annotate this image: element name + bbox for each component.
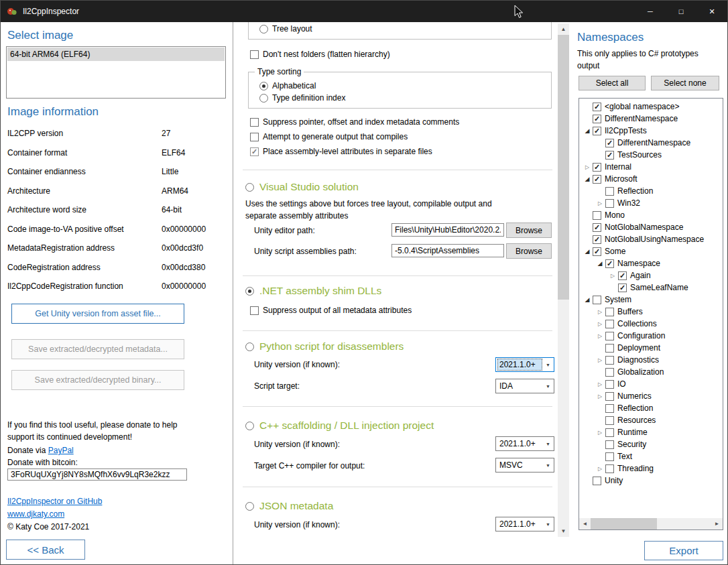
- json-metadata-radio[interactable]: JSON metadata: [245, 500, 333, 512]
- tree-item[interactable]: ◢✓Some: [581, 245, 721, 257]
- tree-item[interactable]: Reflection: [581, 185, 721, 197]
- scrollbar-thumb[interactable]: [591, 518, 657, 529]
- tree-expander-icon[interactable]: ▷: [595, 200, 605, 206]
- scrollbar-thumb[interactable]: [558, 35, 569, 300]
- tree-expander-icon[interactable]: ▷: [595, 357, 605, 363]
- namespace-checkbox[interactable]: [605, 392, 614, 401]
- tree-item[interactable]: ▷✓Internal: [581, 161, 721, 173]
- tree-expander-icon[interactable]: ▷: [595, 393, 605, 399]
- export-button[interactable]: Export: [644, 541, 723, 560]
- tree-horizontal-scrollbar[interactable]: ◄ ►: [579, 518, 723, 529]
- namespace-checkbox[interactable]: ✓: [618, 271, 627, 280]
- tree-item[interactable]: Globalization: [581, 366, 721, 378]
- python-script-radio[interactable]: Python script for disassemblers: [245, 340, 404, 353]
- namespace-checkbox[interactable]: ✓: [593, 103, 601, 111]
- scroll-left-icon[interactable]: ◄: [579, 518, 591, 529]
- tree-expander-icon[interactable]: ▷: [595, 381, 605, 387]
- github-link[interactable]: Il2CppInspector on GitHub: [7, 495, 102, 507]
- tree-expander-icon[interactable]: ◢: [582, 127, 593, 134]
- tree-item[interactable]: ◢✓Microsoft: [581, 173, 721, 185]
- namespace-checkbox[interactable]: ✓: [593, 235, 601, 244]
- vs-solution-radio[interactable]: Visual Studio solution: [245, 181, 359, 193]
- namespace-checkbox[interactable]: ✓: [605, 259, 614, 268]
- browse-editor-path-button[interactable]: Browse: [506, 223, 552, 238]
- image-listbox[interactable]: 64-bit ARM64 (ELF64): [6, 46, 226, 99]
- separate-attribute-files-checkbox[interactable]: ✓ Place assembly-level attributes in sep…: [250, 147, 432, 156]
- namespace-checkbox[interactable]: [605, 380, 614, 389]
- namespace-checkbox[interactable]: [593, 477, 601, 485]
- tree-expander-icon[interactable]: ▷: [595, 321, 605, 327]
- tree-item[interactable]: ✓TestSources: [581, 149, 721, 161]
- select-none-button[interactable]: Select none: [651, 76, 719, 90]
- unity-script-assemblies-input[interactable]: [391, 244, 504, 257]
- namespace-checkbox[interactable]: [605, 428, 614, 437]
- namespace-checkbox[interactable]: [605, 356, 614, 365]
- namespace-checkbox[interactable]: ✓: [605, 139, 614, 147]
- cpp-unity-version-combo[interactable]: 2021.1.0+ ▼: [495, 436, 554, 451]
- tree-expander-icon[interactable]: ▷: [595, 430, 605, 436]
- tree-expander-icon[interactable]: ◢: [582, 248, 593, 255]
- image-list-item[interactable]: 64-bit ARM64 (ELF64): [7, 48, 225, 61]
- close-icon[interactable]: ✕: [696, 1, 727, 22]
- select-all-button[interactable]: Select all: [579, 76, 646, 90]
- suppress-attributes-checkbox[interactable]: Suppress output of all metadata attribut…: [250, 306, 412, 315]
- tree-item[interactable]: ▷Threading: [581, 462, 721, 475]
- scroll-down-icon[interactable]: ▼: [558, 525, 569, 537]
- namespace-checkbox[interactable]: [605, 332, 614, 340]
- python-unity-version-combo[interactable]: 2021.1.0+ ▼: [495, 357, 554, 372]
- tree-expander-icon[interactable]: ▷: [607, 273, 618, 279]
- tree-expander-icon[interactable]: ▷: [595, 333, 605, 339]
- json-unity-version-combo[interactable]: 2021.1.0+ ▼: [495, 517, 554, 531]
- tree-item[interactable]: ▷✓Again: [581, 269, 721, 281]
- tree-item[interactable]: ▷IO: [581, 378, 721, 390]
- cpp-scaffolding-radio[interactable]: C++ scaffolding / DLL injection project: [245, 420, 434, 432]
- website-link[interactable]: www.djkaty.com: [7, 508, 64, 520]
- get-unity-version-button[interactable]: Get Unity version from asset file...: [11, 304, 184, 324]
- scroll-right-icon[interactable]: ►: [711, 518, 723, 529]
- scrollbar-track[interactable]: [591, 518, 711, 529]
- tree-item[interactable]: Text: [581, 450, 721, 462]
- namespace-checkbox[interactable]: ✓: [593, 247, 601, 256]
- tree-expander-icon[interactable]: ▷: [595, 466, 605, 472]
- namespace-checkbox[interactable]: ✓: [593, 223, 601, 232]
- tree-item[interactable]: ✓NotGlobalNamespace: [581, 221, 721, 233]
- save-metadata-button[interactable]: Save extracted/decrypted metadata...: [11, 339, 184, 359]
- namespace-checkbox[interactable]: [605, 368, 614, 377]
- tree-item[interactable]: ◢System: [581, 294, 721, 306]
- flatten-hierarchy-checkbox[interactable]: Don't nest folders (flatten hierarchy): [250, 50, 390, 59]
- cpp-compiler-combo[interactable]: MSVC ▼: [495, 458, 554, 473]
- namespace-checkbox[interactable]: [593, 296, 601, 304]
- namespace-checkbox[interactable]: [605, 344, 614, 353]
- namespace-checkbox[interactable]: [605, 199, 614, 208]
- bitcoin-address-input[interactable]: [7, 468, 187, 481]
- namespace-checkbox[interactable]: ✓: [593, 115, 601, 123]
- tree-item[interactable]: ▷Collections: [581, 318, 721, 330]
- tree-expander-icon[interactable]: ▷: [582, 164, 593, 170]
- script-target-combo[interactable]: IDA ▼: [495, 379, 554, 393]
- namespace-checkbox[interactable]: [605, 404, 614, 413]
- tree-item[interactable]: ▷Buffers: [581, 306, 721, 318]
- tree-item[interactable]: ▷Runtime: [581, 426, 721, 438]
- tree-item[interactable]: ▷Configuration: [581, 330, 721, 342]
- namespace-checkbox[interactable]: ✓: [593, 175, 601, 184]
- namespace-checkbox[interactable]: [593, 211, 601, 220]
- suppress-metadata-comments-checkbox[interactable]: Suppress pointer, offset and index metad…: [250, 117, 459, 127]
- tree-item[interactable]: Security: [581, 438, 721, 450]
- tree-item[interactable]: ▷Numerics: [581, 390, 721, 402]
- tree-item[interactable]: Resources: [581, 414, 721, 426]
- type-definition-index-radio[interactable]: Type definition index: [259, 93, 345, 103]
- tree-item[interactable]: ✓NotGlobalUsingNamespace: [581, 233, 721, 245]
- tree-item[interactable]: ✓DifferentNamespace: [581, 113, 721, 125]
- namespace-checkbox[interactable]: ✓: [593, 163, 601, 172]
- dotnet-shim-dlls-radio[interactable]: .NET assembly shim DLLs: [245, 285, 381, 297]
- browse-script-assemblies-button[interactable]: Browse: [506, 243, 552, 259]
- tree-expander-icon[interactable]: ◢: [582, 176, 593, 182]
- tree-item[interactable]: ▷Win32: [581, 197, 721, 209]
- namespace-checkbox[interactable]: [605, 320, 614, 328]
- alphabetical-radio[interactable]: Alphabetical: [259, 81, 316, 90]
- tree-item[interactable]: ✓<global namespace>: [581, 101, 721, 113]
- namespace-checkbox[interactable]: ✓: [618, 284, 627, 292]
- tree-expander-icon[interactable]: ▷: [595, 309, 605, 315]
- tree-item[interactable]: ▷Diagnostics: [581, 354, 721, 366]
- tree-item[interactable]: ✓SameLeafName: [581, 281, 721, 294]
